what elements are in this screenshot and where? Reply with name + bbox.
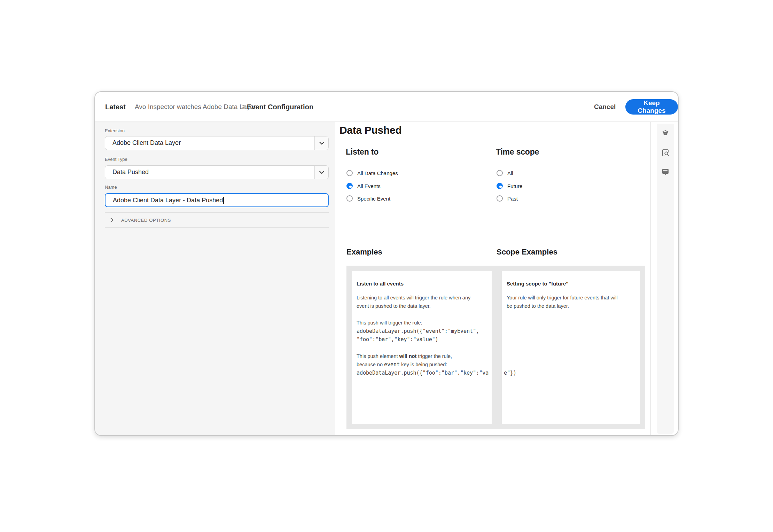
listen-to-heading: Listen to: [346, 147, 378, 157]
name-label: Name: [105, 185, 117, 190]
radio-button-icon[interactable]: [497, 183, 503, 189]
version-label: Latest: [105, 92, 126, 122]
event-configuration-dialog: Latest Avo Inspector watches Adobe Data …: [94, 91, 679, 436]
radio-label: Future: [507, 183, 522, 189]
radio-button-icon[interactable]: [346, 170, 353, 176]
name-input-value: Adobe Client Data Layer - Data Pushed: [113, 197, 223, 204]
extension-select[interactable]: Adobe Client Data Layer: [105, 136, 329, 150]
breadcrumb-rule-name[interactable]: Avo Inspector watches Adobe Data Layer: [135, 92, 256, 122]
example-code-line: "foo":"bar","key":"value"): [357, 335, 487, 344]
overflow-code-fragment: e"}): [504, 369, 516, 377]
divider: [105, 212, 329, 213]
breadcrumb-chevron-icon: >: [241, 92, 246, 122]
learn-icon[interactable]: [661, 129, 670, 137]
breadcrumb-current-page: Event Configuration: [247, 92, 313, 122]
radio-label: Specific Event: [357, 196, 390, 202]
keep-changes-button[interactable]: Keep Changes: [625, 99, 678, 115]
example-text-line: event is pushed to the data layer.: [357, 302, 487, 310]
scope-text-line: be pushed to the data layer.: [507, 302, 635, 310]
example-text-line: because no event key is being pushed:: [357, 360, 487, 369]
radio-label: All: [507, 170, 513, 176]
radio-all-events[interactable]: All Events: [346, 182, 381, 190]
divider: [650, 122, 651, 435]
example-text-line: This push element will not trigger the r…: [357, 352, 487, 360]
example-card-title: Listen to all events: [357, 280, 487, 288]
chevron-down-icon: [319, 142, 324, 145]
radio-button-icon[interactable]: [497, 170, 503, 176]
notes-icon[interactable]: [661, 168, 670, 176]
radio-scope-all[interactable]: All: [497, 169, 513, 177]
examples-heading: Examples: [346, 248, 382, 257]
name-input[interactable]: Adobe Client Data Layer - Data Pushed: [105, 193, 329, 207]
right-toolbar-rail: [657, 124, 674, 434]
radio-scope-future[interactable]: Future: [497, 182, 522, 190]
advanced-options-toggle[interactable]: ADVANCED OPTIONS: [105, 215, 171, 225]
scope-examples-container: Setting scope to "future" Your rule will…: [497, 266, 645, 429]
radio-label: All Data Changes: [357, 170, 398, 176]
preview-icon[interactable]: [661, 149, 670, 157]
chevron-down-icon: [319, 171, 324, 174]
dialog-header: Latest Avo Inspector watches Adobe Data …: [95, 92, 678, 122]
example-text-line: Listening to all events will trigger the…: [357, 294, 487, 302]
radio-all-data-changes[interactable]: All Data Changes: [346, 169, 398, 177]
event-settings-panel: Extension Adobe Client Data Layer Event …: [95, 122, 335, 435]
scope-examples-heading: Scope Examples: [497, 248, 557, 257]
chevron-right-icon: [110, 218, 114, 222]
event-type-select[interactable]: Data Pushed: [105, 165, 329, 179]
example-text-line: This push will trigger the rule:: [357, 319, 487, 327]
page-title: Data Pushed: [339, 124, 401, 136]
radio-specific-event[interactable]: Specific Event: [346, 195, 390, 202]
advanced-options-label: ADVANCED OPTIONS: [121, 218, 171, 223]
extension-dropdown-button[interactable]: [314, 136, 328, 150]
event-type-dropdown-button[interactable]: [314, 166, 328, 179]
examples-container: Listen to all events Listening to all ev…: [346, 266, 497, 429]
radio-scope-past[interactable]: Past: [497, 195, 518, 202]
event-type-selected-value: Data Pushed: [112, 166, 149, 179]
examples-card: Listen to all events Listening to all ev…: [352, 271, 492, 424]
extension-view-panel: Data Pushed Listen to Time scope All Dat…: [336, 122, 678, 435]
radio-button-icon[interactable]: [497, 195, 503, 202]
text-cursor: [223, 197, 224, 204]
scope-card-title: Setting scope to "future": [507, 280, 635, 288]
radio-button-icon[interactable]: [346, 195, 353, 202]
time-scope-heading: Time scope: [496, 147, 539, 157]
example-code-line-clipped: adobeDataLayer.push({"foo":"bar","key":"…: [357, 369, 487, 377]
radio-label: All Events: [357, 183, 381, 189]
extension-label: Extension: [105, 128, 125, 133]
scope-examples-card: Setting scope to "future" Your rule will…: [502, 271, 640, 424]
divider: [105, 227, 329, 228]
radio-label: Past: [507, 196, 518, 202]
event-type-label: Event Type: [105, 157, 127, 162]
scope-text-line: Your rule will only trigger for future e…: [507, 294, 635, 302]
example-code-line: adobeDataLayer.push({"event":"myEvent",: [357, 327, 487, 335]
cancel-button[interactable]: Cancel: [591, 92, 618, 122]
radio-button-icon[interactable]: [346, 183, 353, 189]
extension-selected-value: Adobe Client Data Layer: [112, 136, 181, 149]
